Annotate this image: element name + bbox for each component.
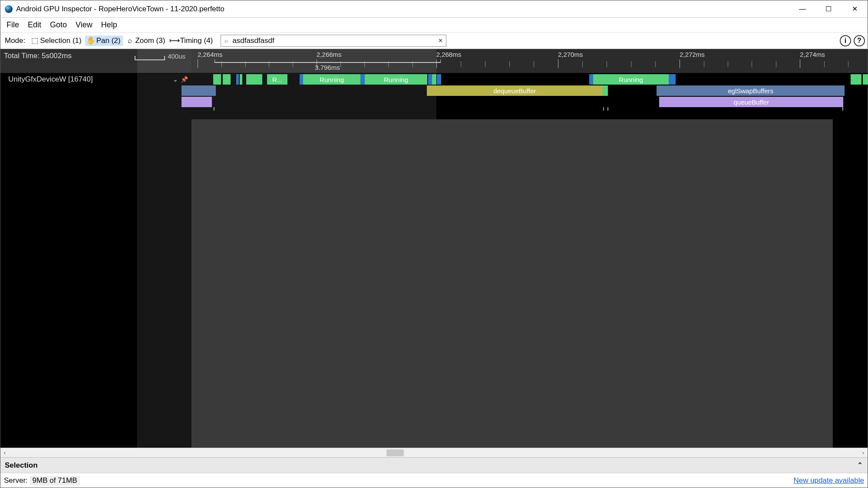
timing-mode-button[interactable]: ⟼Timing (4) — [168, 36, 215, 46]
clear-search-icon[interactable]: ✕ — [435, 37, 446, 44]
measure-label: 3.796ms — [315, 64, 340, 71]
maximize-button[interactable]: ☐ — [815, 0, 842, 18]
timeline-segment[interactable] — [300, 74, 303, 85]
timeline-segment[interactable]: Running — [365, 74, 428, 85]
timing-icon: ⟼ — [171, 37, 178, 44]
search-icon: ⌕ — [221, 37, 231, 44]
toolbar: Mode: ⬚Selection (1)✋Pan (2)⌕Zoom (3)⟼Ti… — [0, 33, 868, 49]
close-button[interactable]: ✕ — [842, 0, 868, 18]
app-window: Android GPU Inspector - RopeHeroViceTown… — [0, 0, 868, 488]
selection-panel-title: Selection — [5, 461, 38, 470]
timeline-segment[interactable] — [213, 74, 221, 85]
track-header[interactable]: UnityGfxDeviceW [16740] ⌄ 📌 — [0, 73, 191, 448]
mode-label: Mode: — [3, 36, 27, 45]
collapse-icon[interactable]: ⌄ — [173, 76, 178, 448]
search-field[interactable]: ⌕ ✕ — [221, 35, 446, 47]
empty-area — [191, 119, 833, 448]
timeline-segment[interactable] — [669, 74, 676, 85]
menubar: FileEditGotoViewHelp — [0, 18, 868, 33]
timeline-segment[interactable] — [437, 74, 441, 85]
info-button[interactable]: i — [840, 35, 851, 46]
timeline-ruler[interactable]: Total Time: 5s002ms 400us 2,264ms2,266ms… — [0, 49, 868, 73]
timeline-segment[interactable]: queueBuffer — [659, 97, 843, 107]
help-button[interactable]: ? — [854, 35, 865, 46]
timeline-segment[interactable]: Running — [303, 74, 360, 85]
zoom-icon: ⌕ — [126, 37, 133, 44]
memory-usage: 9MB of 71MB — [30, 476, 80, 485]
ruler-tick-label: 2,266ms — [317, 51, 342, 58]
menu-file[interactable]: File — [2, 19, 23, 31]
zoom-mode-button[interactable]: ⌕Zoom (3) — [124, 36, 168, 46]
server-label: Server: — [4, 476, 28, 485]
selection-icon: ⬚ — [31, 37, 38, 44]
timeline-segment[interactable] — [236, 74, 239, 85]
timeline-segment[interactable] — [603, 85, 608, 96]
menu-goto[interactable]: Goto — [46, 19, 71, 31]
timeline-segment[interactable]: dequeueBuffer — [427, 85, 603, 96]
menu-edit[interactable]: Edit — [23, 19, 46, 31]
timeline-segment[interactable]: Running — [593, 74, 669, 85]
timeline-segment[interactable]: R... — [267, 74, 287, 85]
ruler-tick-label: 2,270ms — [558, 51, 583, 58]
menu-help[interactable]: Help — [97, 19, 122, 31]
timeline-segment[interactable] — [182, 97, 212, 107]
update-link[interactable]: New update available — [793, 476, 864, 485]
scroll-right-icon[interactable]: › — [859, 449, 868, 456]
timeline-body[interactable]: UnityGfxDeviceW [16740] ⌄ 📌 R...RunningR… — [0, 73, 868, 448]
pan-mode-button[interactable]: ✋Pan (2) — [85, 36, 123, 46]
timeline-segment[interactable] — [863, 74, 868, 85]
pan-icon: ✋ — [88, 37, 95, 44]
scrollbar-thumb[interactable] — [386, 449, 404, 456]
selection-mode-button[interactable]: ⬚Selection (1) — [29, 36, 84, 46]
timeline-segment[interactable] — [851, 74, 861, 85]
minimize-button[interactable]: — — [789, 0, 815, 18]
timeline-segment[interactable] — [360, 74, 364, 85]
pin-icon[interactable]: 📌 — [181, 76, 188, 448]
scroll-left-icon[interactable]: ‹ — [0, 449, 9, 456]
scale-indicator: 400us — [135, 52, 185, 60]
ruler-tick-label: 2,264ms — [198, 51, 223, 58]
timeline-segment[interactable] — [240, 74, 242, 85]
timeline-segment[interactable] — [246, 74, 262, 85]
track-name: UnityGfxDeviceW [16740] — [8, 75, 173, 448]
statusbar: Server: 9MB of 71MB New update available — [0, 473, 868, 488]
timeline-segment[interactable] — [589, 74, 593, 85]
timeline-segment[interactable] — [432, 74, 436, 85]
timeline-segment[interactable] — [182, 85, 216, 96]
timeline-segment[interactable] — [223, 74, 231, 85]
timeline-segment[interactable]: eglSwapBuffers — [657, 85, 845, 96]
chevron-up-icon[interactable]: ⌃ — [857, 461, 863, 470]
total-time: Total Time: 5s002ms — [4, 52, 72, 60]
menu-view[interactable]: View — [71, 19, 97, 31]
track-area[interactable]: R...RunningRunningRunningR...dequeueBuff… — [191, 73, 868, 448]
ruler-tick-label: 2,268ms — [436, 51, 462, 58]
timeline-segment[interactable] — [428, 74, 432, 85]
search-input[interactable] — [231, 35, 435, 46]
app-icon — [5, 5, 13, 13]
window-title: Android GPU Inspector - RopeHeroViceTown… — [16, 5, 224, 13]
titlebar: Android GPU Inspector - RopeHeroViceTown… — [0, 0, 868, 18]
ruler-tick-label: 2,272ms — [680, 51, 705, 58]
horizontal-scrollbar[interactable]: ‹ › — [0, 448, 868, 457]
timeline[interactable]: Total Time: 5s002ms 400us 2,264ms2,266ms… — [0, 49, 868, 448]
ruler-tick-label: 2,274ms — [800, 51, 825, 58]
selection-panel[interactable]: Selection ⌃ — [0, 457, 868, 473]
